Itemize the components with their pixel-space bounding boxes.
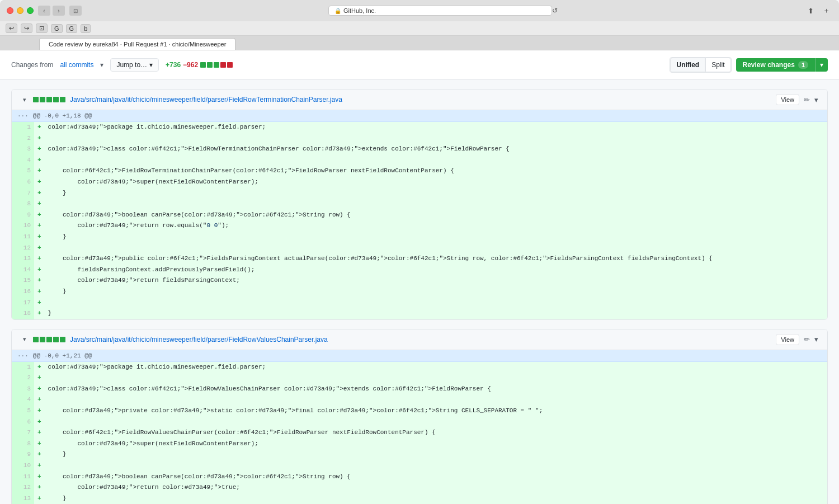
stat-blocks bbox=[200, 62, 233, 68]
address-bar[interactable]: 🔒 GitHub, Inc. bbox=[328, 6, 552, 16]
table-row: 6+ bbox=[12, 417, 827, 428]
line-marker: + bbox=[34, 493, 45, 504]
address-bar-container: 🔒 GitHub, Inc. ↺ bbox=[86, 6, 800, 16]
line-code: color:#d73a49;">return color:#d73a49;">t… bbox=[45, 482, 827, 493]
line-code: color:#d73a49;">class color:#6f42c1;">Fi… bbox=[45, 144, 827, 155]
line-code: color:#6f42c1;">FieldRowTerminationChain… bbox=[45, 166, 827, 177]
edit-file-1-icon[interactable]: ✏ bbox=[804, 96, 810, 104]
traffic-lights bbox=[7, 7, 34, 14]
minimize-button[interactable] bbox=[17, 7, 23, 14]
toolbar2-btn-window[interactable]: ⊡ bbox=[36, 23, 48, 33]
jump-to-button[interactable]: Jump to… ▾ bbox=[110, 58, 159, 72]
add-tab-icon[interactable]: ＋ bbox=[820, 4, 832, 17]
close-button[interactable] bbox=[7, 7, 13, 14]
unified-view-button[interactable]: Unified bbox=[670, 58, 705, 72]
forward-button[interactable]: › bbox=[53, 6, 65, 16]
line-number: 14 bbox=[12, 265, 34, 276]
reload-button[interactable]: ↺ bbox=[552, 7, 558, 15]
line-number: 12 bbox=[12, 482, 34, 493]
table-row: 2+ bbox=[12, 373, 827, 384]
table-row: 10+ bbox=[12, 460, 827, 472]
table-row: 3+color:#d73a49;">class color:#6f42c1;">… bbox=[12, 384, 827, 395]
diff-file-actions-1: View ✏ ▾ bbox=[776, 94, 818, 105]
tab-bar: Code review by eureka84 · Pull Request #… bbox=[0, 36, 839, 50]
review-changes-button[interactable]: Review changes 1 bbox=[736, 58, 816, 72]
line-marker: + bbox=[34, 199, 45, 210]
collapse-file-2-button[interactable]: ▾ bbox=[21, 335, 29, 344]
line-code: color:#d73a49;">boolean canParse(color:#… bbox=[45, 210, 827, 221]
tab-title: Code review by eureka84 · Pull Request #… bbox=[49, 41, 226, 48]
file2-stat-5 bbox=[60, 337, 65, 342]
expand-file-1-icon[interactable]: ▾ bbox=[814, 96, 818, 104]
stat-block-2 bbox=[207, 62, 213, 68]
line-marker: + bbox=[34, 298, 45, 309]
line-marker: + bbox=[34, 406, 45, 417]
file-path-1[interactable]: Java/src/main/java/it/chicio/minesweeper… bbox=[70, 96, 342, 103]
file-stat-green-2 bbox=[40, 97, 45, 102]
line-code: color:#d73a49;">return row.equals("0 0")… bbox=[45, 220, 827, 232]
line-number: 4 bbox=[12, 155, 34, 166]
table-row: 1+color:#d73a49;">package it.chicio.mine… bbox=[12, 122, 827, 133]
review-changes-dropdown[interactable]: ▾ bbox=[815, 58, 828, 72]
all-commits-link[interactable]: all commits bbox=[60, 61, 93, 69]
share-icon[interactable]: ⬆ bbox=[804, 4, 817, 17]
table-row: 16+ } bbox=[12, 286, 827, 298]
line-code: color:#d73a49;">public color:#6f42c1;">F… bbox=[45, 253, 827, 265]
file2-stat-3 bbox=[46, 337, 52, 342]
toolbar2-btn-forward[interactable]: ↪ bbox=[21, 23, 32, 33]
diff-container: ▾ Java/src/main/java/it/chicio/minesweep… bbox=[0, 80, 839, 504]
line-code bbox=[45, 373, 827, 384]
toolbar2-btn-back[interactable]: ↩ bbox=[6, 23, 17, 33]
line-code bbox=[45, 394, 827, 406]
line-marker: + bbox=[34, 460, 45, 472]
line-code: color:#d73a49;">super(nextFieldRowConten… bbox=[45, 177, 827, 188]
edit-file-2-icon[interactable]: ✏ bbox=[804, 335, 810, 343]
expand-file-2-icon[interactable]: ▾ bbox=[814, 335, 818, 343]
table-row: 7+ color:#6f42c1;">FieldRowValuesChainPa… bbox=[12, 427, 827, 439]
line-marker: + bbox=[34, 472, 45, 483]
browser-toolbar2: ↩ ↪ ⊡ G G b bbox=[0, 21, 839, 36]
line-marker: + bbox=[34, 253, 45, 265]
line-code: color:#d73a49;">return fieldsParsingCont… bbox=[45, 275, 827, 286]
table-row: 4+ bbox=[12, 155, 827, 166]
line-code: } bbox=[45, 308, 827, 319]
line-marker: + bbox=[34, 166, 45, 177]
line-code bbox=[45, 298, 827, 309]
line-marker: + bbox=[34, 362, 45, 373]
line-code: } bbox=[45, 286, 827, 298]
line-marker: + bbox=[34, 417, 45, 428]
file-path-2[interactable]: Java/src/main/java/it/chicio/minesweeper… bbox=[70, 336, 328, 343]
tab-overview-button[interactable]: ⊡ bbox=[69, 6, 82, 16]
table-row: 8+ bbox=[12, 199, 827, 210]
diff-hunk-header-2: ··· @@ -0,0 +1,21 @@ bbox=[12, 350, 827, 362]
maximize-button[interactable] bbox=[27, 7, 34, 14]
line-marker: + bbox=[34, 482, 45, 493]
gh-toolbar-right: Unified Split Review changes 1 ▾ bbox=[670, 57, 828, 73]
view-file-2-button[interactable]: View bbox=[776, 334, 799, 345]
line-code: color:#d73a49;">package it.chicio.minesw… bbox=[45, 362, 827, 373]
collapse-file-1-button[interactable]: ▾ bbox=[21, 95, 29, 105]
line-code: color:#d73a49;">private color:#d73a49;">… bbox=[45, 406, 827, 417]
back-button[interactable]: ‹ bbox=[38, 6, 50, 16]
jump-to-arrow: ▾ bbox=[149, 61, 153, 69]
jump-to-label: Jump to… bbox=[116, 61, 147, 69]
line-number: 1 bbox=[12, 122, 34, 133]
additions-count: +736 bbox=[166, 61, 181, 69]
file2-stat-2 bbox=[40, 337, 45, 342]
hunk-dots-2: ··· bbox=[17, 352, 29, 359]
active-tab[interactable]: Code review by eureka84 · Pull Request #… bbox=[39, 38, 235, 50]
line-number: 13 bbox=[12, 493, 34, 504]
line-code bbox=[45, 133, 827, 144]
table-row: 14+ fieldsParsingContext.addPreviouslyPa… bbox=[12, 265, 827, 276]
toolbar2-btn-b[interactable]: b bbox=[81, 24, 91, 33]
commits-dropdown-arrow: ▾ bbox=[100, 61, 103, 69]
line-number: 5 bbox=[12, 166, 34, 177]
changes-from-label: Changes from bbox=[11, 61, 53, 69]
line-marker: + bbox=[34, 439, 45, 450]
split-view-button[interactable]: Split bbox=[705, 58, 730, 72]
toolbar2-btn-g2[interactable]: G bbox=[66, 24, 78, 33]
browser-chrome: ‹ › ⊡ 🔒 GitHub, Inc. ↺ ⬆ ＋ ↩ ↪ ⊡ G G b C… bbox=[0, 0, 839, 50]
toolbar2-btn-g1[interactable]: G bbox=[51, 24, 63, 33]
line-code bbox=[45, 243, 827, 254]
view-file-1-button[interactable]: View bbox=[776, 94, 799, 105]
